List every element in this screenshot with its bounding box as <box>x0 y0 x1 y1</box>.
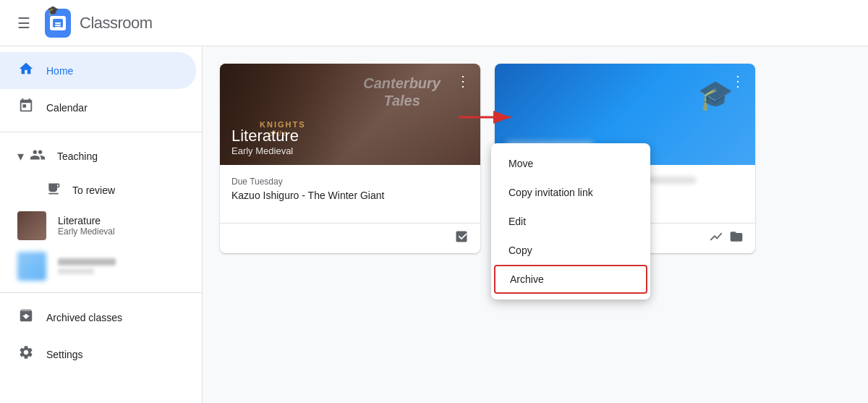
menu-item-edit[interactable]: Edit <box>491 207 650 236</box>
card2-folder-icon[interactable] <box>729 229 744 247</box>
card1-assignment: Kazuo Ishiguro - The Winter Giant <box>231 190 469 201</box>
sidebar-divider-2 <box>0 292 202 293</box>
archived-label: Archived classes <box>46 312 122 323</box>
menu-item-move[interactable]: Move <box>491 149 650 178</box>
sidebar-class-literature[interactable]: Literature Early Medieval <box>0 205 196 246</box>
literature-class-info: Literature Early Medieval <box>58 215 115 237</box>
card1-body: Due Tuesday Kazuo Ishiguro - The Winter … <box>220 165 480 223</box>
hat-icon: 🎓 <box>47 5 59 16</box>
card2-analytics-icon[interactable] <box>709 229 723 247</box>
blurred-class-name <box>58 258 116 266</box>
menu-icon[interactable]: ☰ <box>12 9 36 38</box>
calendar-icon <box>17 98 35 117</box>
card2-graduation-icon: 🎓 <box>697 78 733 112</box>
menu-item-copy[interactable]: Copy <box>491 236 650 265</box>
literature-class-sub: Early Medieval <box>58 226 115 237</box>
sidebar-calendar-label: Calendar <box>46 102 88 114</box>
teaching-people-icon <box>30 147 46 166</box>
sidebar-item-teaching[interactable]: ▾ Teaching <box>0 138 196 174</box>
to-review-icon <box>46 182 61 198</box>
sidebar-home-label: Home <box>46 65 73 77</box>
home-icon <box>17 61 35 80</box>
sidebar-item-archived[interactable]: Archived classes <box>0 299 196 336</box>
blurred-class-sub <box>58 268 94 274</box>
cards-container: Canterbury Tales KNIGHTS of the Literatu… <box>220 64 851 253</box>
card1-title: Literature <box>231 127 299 145</box>
topbar: ☰ 🎓 Classroom <box>0 0 868 46</box>
literature-thumbnail <box>17 211 46 240</box>
sidebar-item-home[interactable]: Home <box>0 52 196 89</box>
sidebar-item-to-review[interactable]: To review <box>0 174 196 205</box>
red-arrow-svg <box>459 109 516 126</box>
red-arrow-annotation <box>459 109 516 126</box>
content-area: Canterbury Tales KNIGHTS of the Literatu… <box>203 46 868 403</box>
card1-due: Due Tuesday <box>231 177 469 187</box>
blurred-class-info <box>58 258 116 274</box>
app-title: Classroom <box>80 14 153 33</box>
context-menu: Move Copy invitation link Edit Copy Arch… <box>491 143 650 300</box>
to-review-label: To review <box>72 184 115 196</box>
sidebar-item-calendar[interactable]: Calendar <box>0 89 196 126</box>
settings-icon <box>17 344 35 364</box>
archive-nav-icon <box>17 307 35 327</box>
main-layout: Home Calendar ▾ Teaching To review <box>0 46 868 403</box>
teaching-label: Teaching <box>57 150 98 162</box>
menu-item-archive[interactable]: Archive <box>494 265 647 294</box>
card1-title-area: Literature Early Medieval <box>231 127 299 156</box>
card1-more-button[interactable]: ⋮ <box>451 69 475 93</box>
sidebar-divider-1 <box>0 132 202 132</box>
sidebar: Home Calendar ▾ Teaching To review <box>0 46 203 403</box>
app-logo: 🎓 <box>45 10 71 36</box>
blurred-thumbnail <box>17 252 46 281</box>
sidebar-class-blurred[interactable] <box>0 246 196 287</box>
settings-label: Settings <box>46 349 83 360</box>
literature-class-name: Literature <box>58 215 115 226</box>
card1-footer <box>220 223 480 253</box>
card1-header: Canterbury Tales KNIGHTS of the Literatu… <box>220 64 480 165</box>
card1-analytics-icon[interactable] <box>454 229 469 247</box>
menu-item-copy-link[interactable]: Copy invitation link <box>491 178 650 207</box>
expand-arrow-icon: ▾ <box>17 148 24 164</box>
card1-subtitle: Early Medieval <box>231 145 299 156</box>
sidebar-item-settings[interactable]: Settings <box>0 336 196 373</box>
literature-card: Canterbury Tales KNIGHTS of the Literatu… <box>220 64 480 253</box>
